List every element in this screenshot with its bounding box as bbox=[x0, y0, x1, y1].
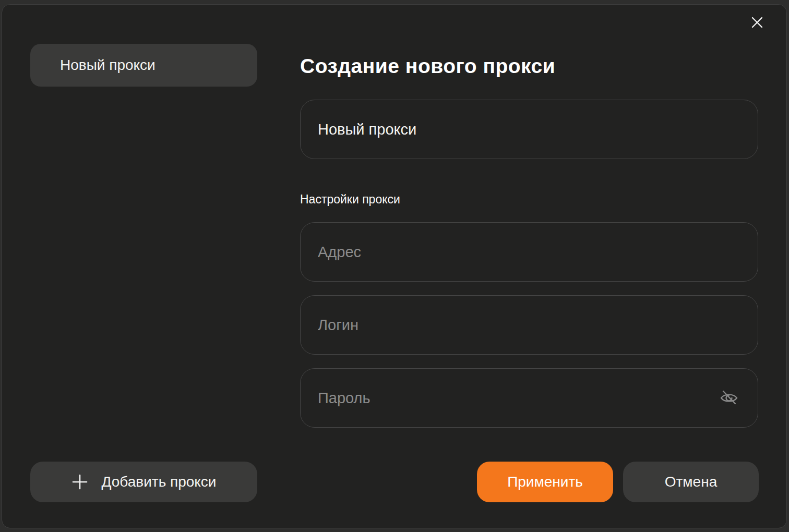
address-input[interactable] bbox=[300, 222, 758, 282]
sidebar-item-label: Новый прокси bbox=[60, 57, 156, 74]
add-proxy-button[interactable]: Добавить прокси bbox=[30, 462, 257, 502]
create-proxy-dialog: Новый прокси Создание нового прокси Наст… bbox=[2, 4, 787, 528]
sidebar-item-new-proxy[interactable]: Новый прокси bbox=[30, 44, 257, 87]
close-button[interactable] bbox=[747, 12, 768, 33]
add-proxy-label: Добавить прокси bbox=[101, 474, 216, 490]
page-title: Создание нового прокси bbox=[300, 55, 555, 78]
plus-icon bbox=[71, 473, 89, 491]
backdrop: { "dialog": { "title": "Создание нового … bbox=[0, 0, 789, 532]
password-field-group bbox=[300, 368, 758, 428]
proxy-name-input[interactable] bbox=[300, 100, 758, 159]
eye-off-icon bbox=[718, 386, 740, 410]
toggle-password-visibility-button[interactable] bbox=[715, 384, 743, 412]
cancel-button[interactable]: Отмена bbox=[623, 462, 759, 502]
password-input[interactable] bbox=[300, 368, 758, 428]
login-input[interactable] bbox=[300, 295, 758, 355]
close-icon bbox=[749, 14, 766, 31]
apply-button[interactable]: Применить bbox=[477, 462, 613, 502]
proxy-settings-label: Настройки прокси bbox=[300, 192, 400, 207]
